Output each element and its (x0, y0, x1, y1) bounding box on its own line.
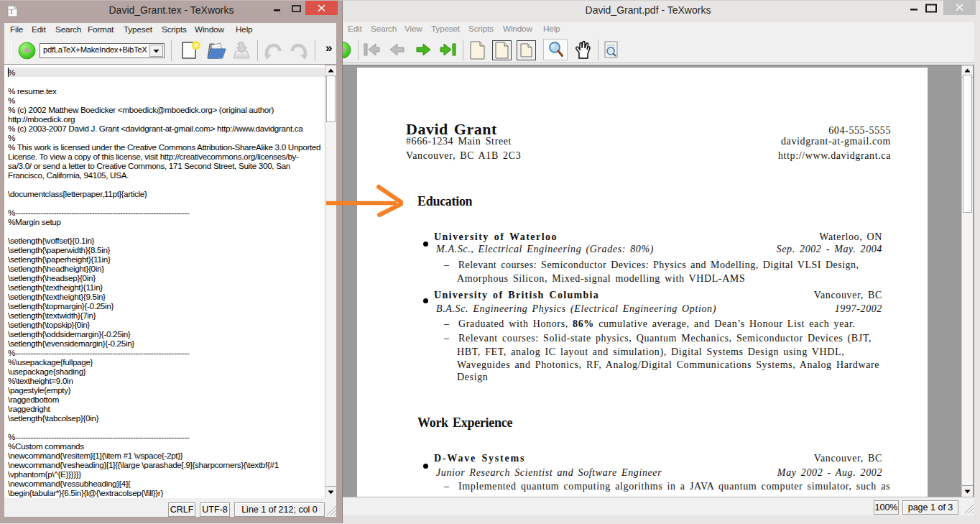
svg-text:T: T (9, 8, 14, 15)
